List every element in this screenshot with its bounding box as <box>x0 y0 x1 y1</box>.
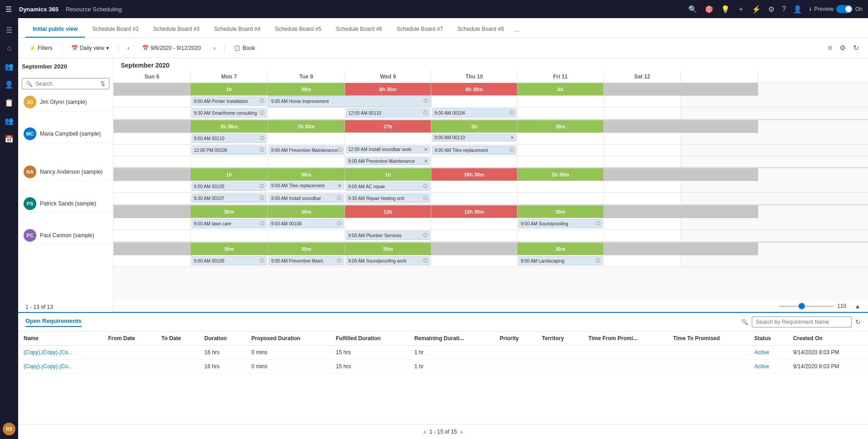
booking-mc-00110b[interactable]: 9:00 AM 00110 ✕ <box>432 134 516 141</box>
info-icon[interactable]: ⓘ <box>509 110 514 116</box>
booking-mc-prev-maint[interactable]: 9:00 AM Preventive Maintenance ⓘ <box>269 146 344 155</box>
plus-icon[interactable]: ＋ <box>737 5 745 14</box>
info-icon[interactable]: ⓘ <box>337 220 341 227</box>
info-icon[interactable]: ⓘ <box>260 220 264 227</box>
resource-item-mc[interactable]: MC Maria Campbell (sample) <box>18 125 113 143</box>
info-icon[interactable]: ⓘ <box>423 110 428 116</box>
booking-pc-landscaping[interactable]: 9:00 AM Landscaping ⓘ <box>518 256 602 265</box>
tab-board3[interactable]: Schedule Board #3 <box>146 21 207 38</box>
close-icon[interactable]: ✕ <box>338 183 341 188</box>
zoom-collapse-button[interactable]: ▲ <box>854 302 861 310</box>
booking-na-00107[interactable]: 9:30 AM 00107 ⓘ <box>192 194 266 203</box>
info-icon[interactable]: ⓘ <box>423 258 428 264</box>
resource-item-jg[interactable]: JG Jim Glynn (sample) <box>18 93 113 111</box>
req-link-2[interactable]: (Copy).(Copy).(Co... <box>24 363 73 370</box>
list-view-button[interactable]: ≡ <box>826 42 834 54</box>
booking-pc-soundproofing[interactable]: 9:00 AM Soundproofing work ⓘ <box>346 256 430 265</box>
book-button[interactable]: 📋 Book <box>230 43 258 53</box>
booking-pc-00106[interactable]: 9:00 AM 00106 ⓘ <box>192 256 266 265</box>
refresh-button[interactable]: ↻ <box>851 42 861 54</box>
status-active-2[interactable]: Active <box>755 363 769 370</box>
resource-item-na[interactable]: NA Nancy Anderson (sample) <box>18 163 113 181</box>
info-icon[interactable]: ⓘ <box>260 135 264 141</box>
info-icon[interactable]: ⓘ <box>423 183 428 190</box>
date-range-button[interactable]: 📅 9/6/2020 - 9/12/2020 <box>138 43 205 53</box>
booking-mc-soundbar[interactable]: 12:00 AM Install soundbar work ✕ <box>346 146 430 153</box>
booking-jg-home[interactable]: 9:00 AM Home Improvement ⓘ <box>269 97 430 105</box>
search-refresh-button[interactable]: ⇅ <box>100 80 105 87</box>
sidebar-team[interactable]: 👥 <box>1 112 17 129</box>
booking-jg-printer[interactable]: 9:00 AM Printer Installation ⓘ <box>192 97 266 106</box>
search-icon[interactable]: 🔍 <box>688 5 697 14</box>
info-icon[interactable]: ⓘ <box>338 147 342 153</box>
prev-page-button[interactable]: ‹ <box>424 428 426 435</box>
sidebar-hamburger[interactable]: ☰ <box>1 22 17 38</box>
booking-mc-prev-maint2[interactable]: 9:00 AM Preventive Maintenance ✕ <box>346 157 430 165</box>
tab-initial[interactable]: Initial public view <box>25 21 85 38</box>
booking-ps-lawn[interactable]: 9:00 AM lawn care ⓘ <box>192 219 266 228</box>
bottom-user-avatar[interactable]: RS <box>3 423 15 435</box>
info-icon[interactable]: ⓘ <box>260 147 264 153</box>
info-icon[interactable]: ⓘ <box>423 232 428 239</box>
booking-na-soundbar[interactable]: 9:00 AM Install soundbar ⓘ <box>269 194 344 203</box>
tab-board7[interactable]: Schedule Board #7 <box>390 21 450 38</box>
bottom-refresh-button[interactable]: ↻ <box>855 318 861 326</box>
booking-pc-prev-maint[interactable]: 9:00 AM Preventive Maint. ⓘ <box>269 256 344 265</box>
info-icon[interactable]: ⓘ <box>337 258 341 264</box>
tab-board6[interactable]: Schedule Board #6 <box>329 21 390 38</box>
view-selector[interactable]: 📅 Daily view ▾ <box>68 43 113 53</box>
settings-board-button[interactable]: ⚙ <box>838 42 848 54</box>
info-icon[interactable]: ⓘ <box>260 183 264 190</box>
info-icon[interactable]: ⓘ <box>260 98 264 104</box>
booking-ps-plumber[interactable]: 9:00 AM Plumber Services ⓘ <box>346 231 430 240</box>
booking-na-00105[interactable]: 9:00 AM 00105 ⓘ <box>192 182 266 191</box>
zoom-slider[interactable] <box>779 306 833 307</box>
lightbulb-icon[interactable]: 💡 <box>721 5 730 14</box>
info-icon[interactable]: ⓘ <box>596 220 600 227</box>
sidebar-reports[interactable]: 📋 <box>1 94 17 111</box>
next-date-button[interactable]: › <box>210 43 219 53</box>
sidebar-home[interactable]: ⌂ <box>1 40 17 56</box>
booking-jg-00110[interactable]: 12:00 AM 00110 ⓘ <box>346 108 430 117</box>
sidebar-bottom-user[interactable]: RS <box>3 423 15 439</box>
target-icon[interactable]: 🎯 <box>705 5 714 14</box>
info-icon[interactable]: ⓘ <box>423 195 428 201</box>
close-icon[interactable]: ✕ <box>424 147 428 152</box>
booking-ps-soundproofing[interactable]: 9:00 AM Soundproofing ⓘ <box>518 219 602 228</box>
search-box[interactable]: 🔍 ⇅ <box>22 78 109 89</box>
info-icon[interactable]: ⓘ <box>260 195 264 201</box>
bottom-search-input[interactable] <box>752 317 852 327</box>
booking-na-tiles[interactable]: 9:00 AM Tiles replacement ✕ <box>269 182 344 190</box>
resource-item-pc[interactable]: PC Paul Cannon (sample) <box>18 226 113 244</box>
info-icon[interactable]: ⓘ <box>260 110 264 116</box>
resource-item-ps[interactable]: PS Patrick Sands (sample) <box>18 195 113 213</box>
tab-board8[interactable]: Schedule Board #8 <box>450 21 511 38</box>
search-input[interactable] <box>35 81 98 87</box>
preview-toggle-switch[interactable] <box>836 5 853 13</box>
tab-board4[interactable]: Schedule Board #4 <box>207 21 268 38</box>
info-icon[interactable]: ⓘ <box>260 258 264 264</box>
tab-more[interactable]: ... <box>511 22 523 38</box>
settings-icon[interactable]: ⚙ <box>768 5 774 14</box>
booking-ps-00108[interactable]: 9:00 AM 00108 ⓘ <box>269 219 344 228</box>
sidebar-resources[interactable]: 👥 <box>1 58 17 74</box>
prev-date-button[interactable]: ‹ <box>124 43 133 53</box>
status-active-1[interactable]: Active <box>755 349 769 356</box>
info-icon[interactable]: ⓘ <box>424 98 428 104</box>
booking-jg-00104[interactable]: 9:00 AM 00104 ⓘ <box>432 108 516 117</box>
tab-board5[interactable]: Schedule Board #5 <box>268 21 329 38</box>
close-icon[interactable]: ✕ <box>510 135 514 140</box>
tab-board2[interactable]: Schedule Board #2 <box>85 21 146 38</box>
info-icon[interactable]: ⓘ <box>337 195 341 201</box>
booking-mc-00109[interactable]: 12:00 PM 00109 ⓘ <box>192 146 266 155</box>
booking-mc-00110a[interactable]: 9:00 AM 00110 ⓘ <box>192 134 266 143</box>
help-icon[interactable]: ? <box>782 5 786 13</box>
next-page-button[interactable]: › <box>460 428 463 435</box>
booking-mc-tiles[interactable]: 9:00 AM Tiles replacement ⓘ <box>432 146 516 155</box>
user-icon[interactable]: 👤 <box>793 5 802 14</box>
info-icon[interactable]: ⓘ <box>596 258 600 264</box>
booking-na-ac[interactable]: 9:00 AM AC repair ⓘ <box>346 182 430 191</box>
filter-icon[interactable]: ⚡ <box>752 5 761 14</box>
filters-button[interactable]: ⚡ Filters <box>25 43 56 53</box>
close-icon[interactable]: ✕ <box>424 159 428 164</box>
